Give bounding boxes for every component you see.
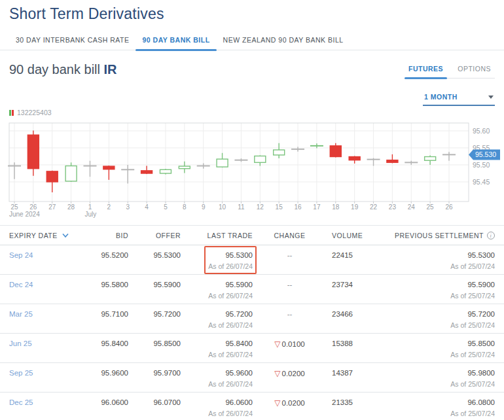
last-trade-cell: 95.5900 As of 26/07/24 — [181, 280, 253, 300]
svg-text:17: 17 — [313, 203, 321, 211]
prev-settlement-value: 95.9800 — [370, 368, 495, 379]
svg-text:15: 15 — [276, 203, 283, 211]
svg-text:28: 28 — [67, 203, 75, 211]
last-trade-cell: 95.5300 As of 26/07/24 — [181, 251, 253, 271]
change-value: -- — [287, 310, 293, 318]
change-cell: ▽0.0200 — [253, 368, 315, 379]
chevron-down-icon — [62, 233, 69, 238]
offer-value: 95.5300 — [128, 251, 181, 261]
last-price-badge: 95.530 — [475, 150, 496, 158]
svg-text:11: 11 — [238, 203, 245, 211]
svg-text:25: 25 — [10, 203, 18, 211]
prev-settlement-value: 95.5300 — [370, 251, 495, 261]
prev-settlement-value: 95.8500 — [370, 339, 495, 349]
bid-value: 95.8400 — [81, 339, 128, 349]
svg-text:23: 23 — [389, 203, 397, 211]
expiry-link[interactable]: Mar 25 — [9, 309, 81, 320]
last-trade-asof: As of 26/07/24 — [181, 409, 253, 418]
change-cell: -- — [253, 309, 315, 320]
svg-text:19: 19 — [351, 203, 359, 211]
svg-text:27: 27 — [48, 203, 56, 211]
down-triangle-icon: ▽ — [274, 369, 280, 378]
table-body: Sep 24 95.5200 95.5300 95.5300 As of 26/… — [0, 245, 504, 420]
instrument-code: IR — [104, 62, 117, 77]
expiry-link[interactable]: Dec 25 — [9, 398, 81, 408]
range-select[interactable]: 1 MONTH — [423, 92, 495, 106]
column-bid: BID — [81, 232, 128, 239]
column-offer: OFFER — [128, 232, 181, 239]
futures-table: EXPIRY DATE BID OFFER LAST TRADE CHANGE … — [0, 225, 504, 420]
prev-settlement-asof: As of 25/07/24 — [370, 321, 495, 330]
change-cell: ▽0.0100 — [253, 339, 315, 350]
last-trade-asof: As of 26/07/24 — [181, 262, 253, 271]
last-trade-value: 95.5900 — [181, 280, 253, 290]
volume-value: 23466 — [315, 309, 370, 320]
volume-value: 22415 — [315, 251, 370, 261]
info-icon[interactable] — [487, 232, 495, 239]
svg-text:26: 26 — [445, 203, 453, 211]
caret-down-icon — [488, 96, 494, 99]
change-value: 0.0100 — [282, 340, 305, 348]
legend-series-id: 132225403 — [17, 109, 52, 116]
prev-settlement-cell: 95.8500 As of 25/07/24 — [370, 339, 495, 359]
instrument-title: 90 day bank bill IR — [9, 62, 117, 77]
last-trade-asof: As of 26/07/24 — [181, 350, 253, 359]
svg-text:16: 16 — [294, 203, 302, 211]
view-tab-futures[interactable]: FUTURES — [407, 62, 444, 78]
prev-settlement-asof: As of 25/07/24 — [370, 262, 495, 271]
expiry-link[interactable]: Sep 25 — [9, 368, 81, 379]
column-volume: VOLUME — [315, 232, 370, 239]
table-row-sep-25: Sep 25 95.9600 95.9700 95.9600 As of 26/… — [0, 363, 504, 393]
volume-value: 23734 — [315, 280, 370, 290]
svg-text:22: 22 — [370, 203, 378, 211]
svg-text:18: 18 — [332, 203, 340, 211]
prev-settlement-cell: 95.5900 As of 25/07/24 — [370, 280, 495, 300]
tab-30-day-interbank-cash-rate[interactable]: 30 DAY INTERBANK CASH RATE — [9, 32, 135, 50]
volume-value: 14387 — [315, 368, 370, 379]
chart-legend: 132225403 — [0, 109, 504, 116]
expiry-link[interactable]: Jun 25 — [9, 339, 81, 349]
last-trade-value: 95.7200 — [181, 309, 253, 320]
table-row-dec-25: Dec 25 96.0600 96.0700 96.0600 As of 26/… — [0, 393, 504, 420]
last-trade-value: 95.5300 — [181, 251, 253, 261]
tab-new-zealand-90-day-bank-bill[interactable]: NEW ZEALAND 90 DAY BANK BILL — [217, 32, 350, 50]
svg-text:July: July — [84, 211, 96, 218]
range-select-value: 1 MONTH — [424, 93, 458, 101]
prev-settlement-value: 96.0800 — [370, 398, 495, 408]
last-trade-cell: 95.8400 As of 26/07/24 — [181, 339, 253, 359]
offer-value: 95.9700 — [128, 368, 181, 379]
offer-value: 95.7200 — [128, 309, 181, 320]
offer-value: 95.8500 — [128, 339, 181, 349]
svg-text:4: 4 — [145, 203, 149, 211]
main-tabs: 30 DAY INTERBANK CASH RATE90 DAY BANK BI… — [0, 32, 504, 50]
svg-text:1: 1 — [88, 203, 92, 211]
change-cell: ▽0.0200 — [253, 398, 315, 409]
last-trade-asof: As of 26/07/24 — [181, 379, 253, 389]
bid-value: 95.5200 — [81, 251, 128, 261]
prev-settlement-cell: 96.0800 As of 25/07/24 — [370, 398, 495, 418]
svg-text:10: 10 — [219, 203, 226, 211]
prev-settlement-cell: 95.5300 As of 25/07/24 — [370, 251, 495, 271]
expiry-link[interactable]: Sep 24 — [9, 251, 81, 261]
column-expiry-date[interactable]: EXPIRY DATE — [9, 232, 81, 239]
expiry-link[interactable]: Dec 24 — [9, 280, 81, 290]
view-tab-options[interactable]: OPTIONS — [456, 62, 492, 78]
change-value: 0.0200 — [282, 399, 305, 407]
svg-text:3: 3 — [126, 203, 130, 211]
table-row-sep-24: Sep 24 95.5200 95.5300 95.5300 As of 26/… — [0, 245, 504, 275]
last-trade-asof: As of 26/07/24 — [181, 291, 253, 300]
change-value: -- — [287, 281, 293, 289]
svg-text:95.50: 95.50 — [473, 161, 490, 169]
down-triangle-icon: ▽ — [274, 398, 280, 408]
change-value: 0.0200 — [282, 370, 305, 377]
column-previous-settlement: PREVIOUS SETTLEMENT — [370, 232, 495, 239]
svg-text:95.60: 95.60 — [473, 127, 490, 135]
prev-settlement-value: 95.5900 — [370, 280, 495, 290]
last-trade-asof: As of 26/07/24 — [181, 321, 253, 330]
tab-90-day-bank-bill[interactable]: 90 DAY BANK BILL — [135, 32, 216, 50]
bid-value: 96.0600 — [81, 398, 128, 408]
page-title: Short Term Derivatives — [0, 5, 504, 23]
candlestick-legend-icon — [9, 110, 14, 116]
svg-text:5: 5 — [164, 203, 168, 211]
column-last-trade: LAST TRADE — [181, 232, 253, 239]
